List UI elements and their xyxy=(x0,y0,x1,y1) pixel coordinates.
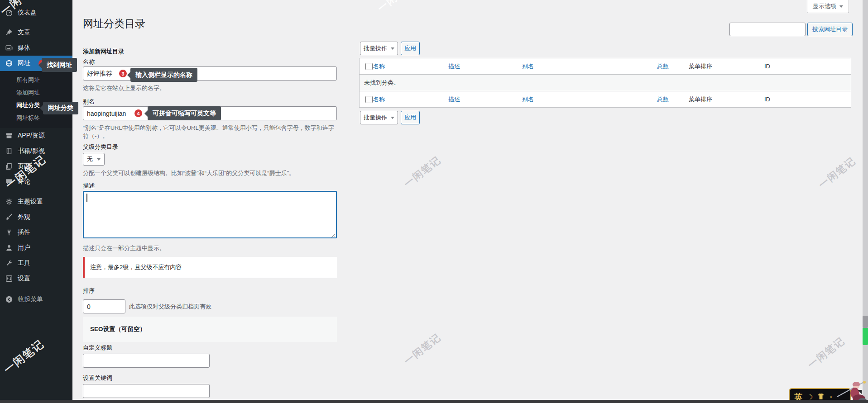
flyout-found-urls: 找到网址 xyxy=(42,58,77,72)
submenu-label: 网址分类 xyxy=(16,99,40,112)
warning-notice: 注意，最多2级，且父级不应有内容 xyxy=(83,257,337,278)
parent-helper: 分配一个父类可以创建层级结构。比如“波普”和“大乐团”的父分类可以是“爵士乐”。 xyxy=(83,169,337,177)
column-header-slug[interactable]: 别名 xyxy=(522,58,534,74)
comment-icon xyxy=(5,178,13,186)
description-helper: 描述只会在一部分主题中显示。 xyxy=(83,244,337,252)
select-all-checkbox[interactable] xyxy=(365,96,373,103)
watermark: 一闲笔记 xyxy=(816,154,858,192)
table-header-row: 名称 描述 别名 总数 菜单排序 ID xyxy=(360,58,851,74)
column-header-description[interactable]: 描述 xyxy=(448,91,460,107)
collapse-icon xyxy=(5,295,13,304)
screen-options-tab[interactable]: 显示选项 xyxy=(807,0,849,13)
description-field-group: 描述 描述只会在一部分主题中显示。 xyxy=(83,183,337,252)
custom-title-label: 自定义标题 xyxy=(83,345,337,351)
sidebar-item-books-movies[interactable]: 书籍/影视 xyxy=(0,143,72,159)
bulk-actions-select[interactable]: 批量操作 xyxy=(360,42,398,55)
urls-submenu: 所有网址 添加网址 网址分类 2 网址标签 xyxy=(0,71,72,128)
empty-table-row: 未找到分类。 xyxy=(360,74,851,91)
name-helper: 这将是它在站点上显示的名字。 xyxy=(83,84,337,92)
sidebar-item-app-resources[interactable]: APP/资源 xyxy=(0,128,72,143)
dashboard-icon xyxy=(5,9,13,17)
apply-button[interactable]: 应用 xyxy=(401,42,420,55)
chevron-down-icon xyxy=(391,47,394,50)
keywords-input[interactable] xyxy=(83,384,210,398)
text-cursor xyxy=(86,194,87,202)
bulk-actions-select[interactable]: 批量操作 xyxy=(360,111,398,124)
sidebar-item-plugins[interactable]: 插件 xyxy=(0,225,72,240)
bulk-actions-label: 批量操作 xyxy=(364,114,387,122)
media-icon xyxy=(5,44,13,52)
custom-title-input[interactable] xyxy=(83,354,210,368)
taskbar-edge xyxy=(0,400,868,403)
sidebar-item-appearance[interactable]: 外观 xyxy=(0,209,72,225)
watermark: 一闲笔记 xyxy=(401,331,444,368)
sidebar-item-label: 主题设置 xyxy=(18,198,43,206)
no-items-text: 未找到分类。 xyxy=(364,75,399,91)
collapse-menu-button[interactable]: 收起菜单 xyxy=(0,292,72,307)
sidebar-item-all-urls[interactable]: 所有网址 xyxy=(0,74,72,86)
slug-helper: “别名”是在URL中使用的别称，它可以令URL更美观。通常使用小写，只能包含字母… xyxy=(83,124,337,140)
sidebar-item-comments[interactable]: 评论 xyxy=(0,174,72,190)
parent-select-value: 无 xyxy=(87,155,93,163)
parent-select[interactable]: 无 xyxy=(83,153,105,166)
search-button[interactable]: 搜索网址目录 xyxy=(807,23,853,36)
column-header-description[interactable]: 描述 xyxy=(448,58,460,74)
parent-field-group: 父级分类目录 无 分配一个父类可以创建层级结构。比如“波普”和“大乐团”的父分类… xyxy=(83,144,337,177)
column-header-id: ID xyxy=(764,91,770,107)
sidebar-item-tools[interactable]: 工具 xyxy=(0,256,72,271)
pin-icon xyxy=(5,28,13,37)
order-input[interactable] xyxy=(83,299,125,313)
column-header-slug[interactable]: 别名 xyxy=(522,91,534,107)
column-header-menu-order: 菜单排序 xyxy=(689,58,712,74)
screen-options-label: 显示选项 xyxy=(813,2,836,10)
brush-icon xyxy=(5,213,13,222)
sidebar-item-label: 用户 xyxy=(18,244,30,252)
sidebar-item-label: 书籍/影视 xyxy=(18,147,45,155)
sidebar-item-settings[interactable]: 设置 xyxy=(0,271,72,286)
submenu-label: 添加网址 xyxy=(16,86,40,99)
sidebar-item-users[interactable]: 用户 xyxy=(0,240,72,256)
page-title: 网址分类目录 xyxy=(83,17,145,31)
custom-title-field-group: 自定义标题 xyxy=(83,345,337,368)
sidebar-item-label: 评论 xyxy=(18,178,30,186)
column-header-count[interactable]: 总数 xyxy=(657,58,669,74)
resize-grip[interactable] xyxy=(331,233,335,237)
slug-field-group: 别名 4 可拼音可缩写可英文等 “别名”是在URL中使用的别称，它可以令URL更… xyxy=(83,99,337,140)
sidebar-item-media[interactable]: 媒体 xyxy=(0,40,72,56)
globe-icon xyxy=(5,59,13,68)
select-all-checkbox[interactable] xyxy=(365,63,373,70)
column-header-name[interactable]: 名称 xyxy=(373,91,385,107)
sidebar-item-label: 外观 xyxy=(18,213,30,221)
order-hint: 此选项仅对父级分类归档页有效 xyxy=(129,303,211,311)
pages-icon xyxy=(5,162,13,171)
description-label: 描述 xyxy=(83,183,337,189)
sidebar-item-add-url[interactable]: 添加网址 xyxy=(0,86,72,99)
scrollbar-thumb[interactable] xyxy=(863,316,868,328)
watermark: 一闲笔记 xyxy=(805,334,848,372)
order-label: 排序 xyxy=(83,288,337,294)
add-category-section-title: 添加新网址目录 xyxy=(83,47,124,56)
sidebar-item-label: 工具 xyxy=(18,259,30,267)
star-icon: ✦ xyxy=(829,395,833,399)
column-header-count[interactable]: 总数 xyxy=(657,91,669,107)
keywords-label: 设置关键词 xyxy=(83,375,337,381)
sidebar-item-posts[interactable]: 文章 xyxy=(0,25,72,40)
seo-settings-panel: SEO设置（可留空） xyxy=(83,317,337,342)
sidebar-item-theme-settings[interactable]: 主题设置 xyxy=(0,194,72,209)
bulk-actions-label: 批量操作 xyxy=(364,44,387,52)
sidebar-item-pages[interactable]: 页面 xyxy=(0,159,72,174)
sidebar-item-label: APP/资源 xyxy=(18,132,45,140)
apply-button[interactable]: 应用 xyxy=(401,111,420,124)
submenu-label: 网址标签 xyxy=(16,112,40,124)
order-field-group: 排序 此选项仅对父级分类归档页有效 xyxy=(83,288,337,313)
sidebar-item-label: 网址 xyxy=(18,59,30,67)
search-input[interactable] xyxy=(729,23,806,36)
column-header-id: ID xyxy=(764,58,770,74)
keywords-field-group: 设置关键词 xyxy=(83,375,337,398)
sidebar-item-dashboard[interactable]: 仪表盘 xyxy=(0,5,72,20)
column-header-menu-order: 菜单排序 xyxy=(689,91,712,107)
sidebar-item-label: 媒体 xyxy=(18,44,30,52)
flyout-url-categories: 网址分类 xyxy=(43,102,78,114)
column-header-name[interactable]: 名称 xyxy=(373,58,385,74)
description-textarea[interactable] xyxy=(83,191,337,238)
